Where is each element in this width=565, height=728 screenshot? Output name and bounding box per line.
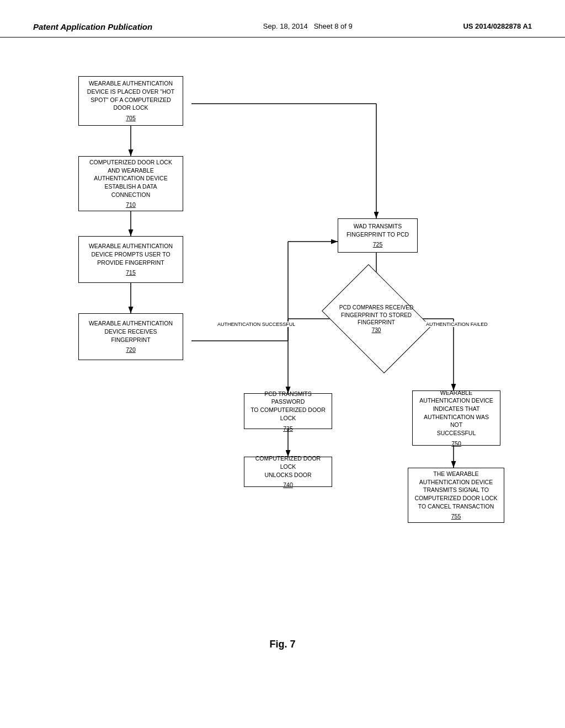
diamond-730: PCD COMPARES RECEIVEDFINGERPRINT TO STOR…	[332, 286, 420, 352]
box-740-num: 740	[283, 481, 293, 489]
box-755-label: THE WEARABLEAUTHENTICATION DEVICETRANSMI…	[415, 470, 498, 510]
box-750-num: 750	[451, 440, 461, 448]
box-755: THE WEARABLEAUTHENTICATION DEVICETRANSMI…	[408, 468, 504, 523]
header-sheet: Sheet 8 of 9	[314, 22, 353, 30]
box-715: WEARABLE AUTHENTICATIONDEVICE PROMPTS US…	[78, 236, 183, 283]
box-725-label: WAD TRANSMITSFINGERPRINT TO PCD	[347, 222, 409, 238]
box-740-label: COMPUTERIZED DOOR LOCKUNLOCKS DOOR	[249, 454, 327, 479]
page: Patent Application Publication Sep. 18, …	[0, 0, 565, 728]
box-720: WEARABLE AUTHENTICATIONDEVICE RECEIVESFI…	[78, 313, 183, 360]
box-735-label: PCD TRANSMITS PASSWORDTO COMPUTERIZED DO…	[249, 390, 327, 422]
box-720-label: WEARABLE AUTHENTICATIONDEVICE RECEIVESFI…	[89, 319, 173, 344]
box-725: WAD TRANSMITSFINGERPRINT TO PCD 725	[338, 218, 418, 253]
header-right: US 2014/0282878 A1	[463, 22, 532, 30]
box-710-label: COMPUTERIZED DOOR LOCKAND WEARABLEAUTHEN…	[89, 158, 172, 199]
box-750-label: WEARABLEAUTHENTICATION DEVICEINDICATES T…	[417, 389, 495, 437]
auth-successful-label: AUTHENTICATION SUCCESSFUL	[216, 322, 296, 327]
header: Patent Application Publication Sep. 18, …	[0, 0, 565, 38]
box-720-num: 720	[126, 346, 136, 354]
box-755-num: 755	[451, 512, 461, 521]
box-705: WEARABLE AUTHENTICATIONDEVICE IS PLACED …	[78, 76, 183, 126]
box-735: PCD TRANSMITS PASSWORDTO COMPUTERIZED DO…	[244, 393, 332, 429]
diamond-730-text: PCD COMPARES RECEIVEDFINGERPRINT TO STOR…	[337, 302, 415, 336]
box-740: COMPUTERIZED DOOR LOCKUNLOCKS DOOR 740	[244, 457, 332, 487]
diamond-730-num: 730	[339, 326, 413, 334]
auth-failed-label: AUTHENTICATION FAILED	[425, 322, 489, 327]
box-710-num: 710	[126, 201, 136, 209]
flowchart-diagram: WEARABLE AUTHENTICATIONDEVICE IS PLACED …	[45, 71, 520, 622]
box-705-num: 705	[126, 114, 136, 122]
box-710: COMPUTERIZED DOOR LOCKAND WEARABLEAUTHEN…	[78, 156, 183, 211]
fig-caption: Fig. 7	[0, 639, 565, 650]
box-735-num: 735	[283, 425, 293, 433]
box-715-num: 715	[126, 269, 136, 277]
header-left: Patent Application Publication	[33, 22, 152, 31]
box-705-label: WEARABLE AUTHENTICATIONDEVICE IS PLACED …	[87, 79, 174, 112]
header-center: Sep. 18, 2014 Sheet 8 of 9	[263, 22, 353, 30]
box-725-num: 725	[373, 240, 383, 249]
box-750: WEARABLEAUTHENTICATION DEVICEINDICATES T…	[412, 390, 500, 446]
header-date: Sep. 18, 2014	[263, 22, 308, 30]
box-715-label: WEARABLE AUTHENTICATIONDEVICE PROMPTS US…	[89, 242, 173, 266]
